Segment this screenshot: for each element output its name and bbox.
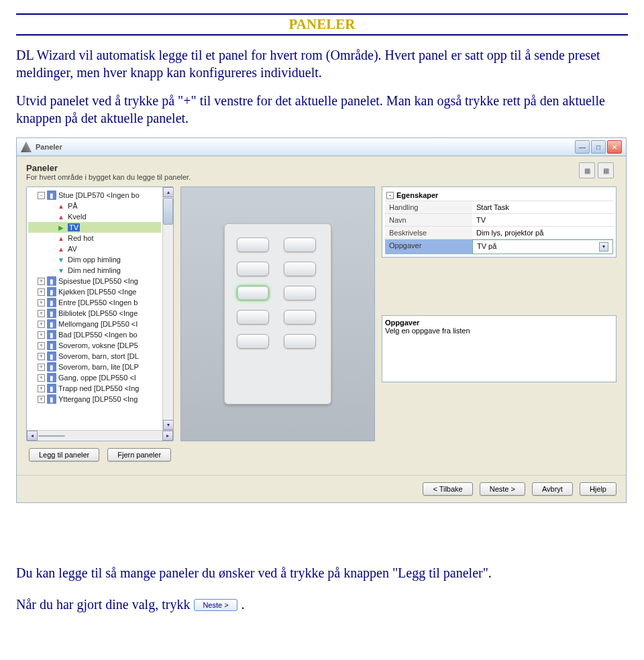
minimize-button[interactable]: — <box>575 140 590 154</box>
expand-icon[interactable]: + <box>38 364 45 371</box>
property-row-2[interactable]: BeskrivelseDim lys, projektor på <box>385 226 613 239</box>
tree-item-label: TV <box>68 223 80 231</box>
back-button[interactable]: < Tilbake <box>423 482 472 496</box>
cancel-button[interactable]: Avbryt <box>532 482 573 496</box>
panel-key-7[interactable] <box>237 310 269 325</box>
expand-icon[interactable]: + <box>38 331 45 339</box>
expand-icon[interactable]: - <box>38 192 45 199</box>
expand-icon[interactable]: + <box>38 321 45 328</box>
tree-item-1[interactable]: ▲PÅ <box>28 201 161 211</box>
property-row-0[interactable]: HandlingStart Task <box>385 201 613 213</box>
property-key: Handling <box>385 201 472 213</box>
panel-icon: ▮ <box>47 362 56 372</box>
tree-item-label: Dim ned himling <box>68 266 121 274</box>
props-collapse-icon[interactable]: - <box>386 192 394 199</box>
tree-item-12[interactable]: +▮Mellomgang [DLP550 <I <box>28 319 161 329</box>
expand-icon[interactable]: + <box>38 385 45 392</box>
property-value[interactable]: Start Task <box>472 201 613 213</box>
expand-icon[interactable]: + <box>38 278 45 285</box>
tree-item-label: Bibliotek [DLP550 <Inge <box>58 309 138 317</box>
btn-up-icon: ▲ <box>56 201 66 211</box>
tree-item-16[interactable]: +▮Soverom, barn, lite [DLP <box>28 362 161 372</box>
property-value[interactable]: TV <box>472 214 613 226</box>
maximize-button[interactable]: □ <box>591 140 606 154</box>
inline-next-button[interactable]: Neste > <box>194 599 237 611</box>
window-title: Paneler <box>36 143 575 151</box>
scroll-up-button[interactable]: ▴ <box>163 187 173 197</box>
tool-icon-2[interactable]: ▦ <box>598 162 614 178</box>
tree-item-5[interactable]: ▲AV <box>28 243 161 254</box>
expand-icon[interactable]: + <box>38 299 45 307</box>
panel-key-10[interactable] <box>284 334 316 349</box>
panel-key-9[interactable] <box>237 334 269 349</box>
expand-icon[interactable]: + <box>38 288 45 296</box>
panel-icon: ▮ <box>47 287 56 296</box>
panel-icon: ▮ <box>47 309 56 318</box>
tree-item-14[interactable]: +▮Soverom, voksne [DLP5 <box>28 340 161 351</box>
tree-item-4[interactable]: ▲Red hot <box>28 233 161 243</box>
section-subtitle: For hvert område i bygget kan du legge t… <box>26 173 616 181</box>
tree-item-19[interactable]: +▮Yttergang [DLP550 <Ing <box>28 394 161 404</box>
scroll-right-button[interactable]: ▸ <box>162 431 173 441</box>
tasks-panel: Oppgaver Velg en oppgave fra listen <box>382 315 616 382</box>
tree-item-label: Kveld <box>68 213 87 221</box>
tree-item-8[interactable]: +▮Spisestue [DLP550 <Ing <box>28 276 161 286</box>
intro-para-1: DL Wizard vil automatisk legge til et pa… <box>16 46 628 81</box>
expand-icon[interactable]: + <box>38 396 45 403</box>
wand-icon <box>21 142 32 152</box>
panel-icon: ▮ <box>47 394 56 404</box>
btn-dn-icon: ▼ <box>56 266 66 275</box>
expand-icon[interactable]: + <box>38 342 45 349</box>
panel-icon: ▮ <box>47 373 56 382</box>
expand-icon[interactable]: + <box>38 310 45 317</box>
intro-para-2: Utvid panelet ved å trykke på "+" til ve… <box>16 92 628 127</box>
tasks-hint: Velg en oppgave fra listen <box>385 327 613 335</box>
close-button[interactable]: ✕ <box>607 140 622 154</box>
scroll-thumb-v[interactable] <box>163 198 173 225</box>
tree-item-3[interactable]: ▶TV <box>28 222 161 233</box>
remove-panels-button[interactable]: Fjern paneler <box>107 448 171 461</box>
tree-item-17[interactable]: +▮Gang, oppe [DLP550 <I <box>28 372 161 383</box>
panel-icon: ▮ <box>47 276 56 286</box>
panel-key-6[interactable] <box>284 286 316 300</box>
scroll-left-button[interactable]: ◂ <box>27 431 38 441</box>
tool-icon-1[interactable]: ▦ <box>579 162 595 178</box>
tree-item-10[interactable]: +▮Entre [DLP550 <Ingen b <box>28 297 161 308</box>
panel-key-2[interactable] <box>284 237 316 252</box>
add-panels-button[interactable]: Legg til paneler <box>29 448 99 461</box>
tree-item-label: Entre [DLP550 <Ingen b <box>58 298 138 307</box>
scroll-down-button[interactable]: ▾ <box>163 420 173 430</box>
help-button[interactable]: Hjelp <box>580 482 616 496</box>
tree-item-13[interactable]: +▮Bad [DLP550 <Ingen bo <box>28 329 161 340</box>
tree-item-label: Spisestue [DLP550 <Ing <box>58 277 138 285</box>
tree-item-15[interactable]: +▮Soverom, barn, stort [DL <box>28 351 161 362</box>
outro-line-2: Når du har gjort dine valg, trykk Neste … <box>16 597 628 612</box>
property-row-3[interactable]: OppgaverTV på▾ <box>385 239 613 254</box>
panel-icon: ▮ <box>47 298 56 307</box>
scroll-thumb-h[interactable] <box>38 435 65 437</box>
property-row-1[interactable]: NavnTV <box>385 213 613 226</box>
tree-item-0[interactable]: -▮Stue [DLP570 <Ingen bo <box>28 190 161 201</box>
property-value[interactable]: TV på▾ <box>472 239 613 254</box>
tree-item-2[interactable]: ▲Kveld <box>28 211 161 222</box>
tree-horizontal-scrollbar[interactable]: ◂ ▸ <box>27 430 173 441</box>
panel-key-5[interactable] <box>237 286 269 300</box>
tree-item-7[interactable]: ▼Dim ned himling <box>28 265 161 276</box>
tree-item-9[interactable]: +▮Kjøkken [DLP550 <Inge <box>28 286 161 297</box>
tree-item-6[interactable]: ▼Dim opp himling <box>28 254 161 265</box>
tree-item-18[interactable]: +▮Trapp ned [DLP550 <Ing <box>28 383 161 394</box>
panel-key-4[interactable] <box>284 262 316 276</box>
tree-vertical-scrollbar[interactable]: ▴ ▾ <box>162 187 173 430</box>
next-button[interactable]: Neste > <box>480 482 525 496</box>
panel-key-3[interactable] <box>237 262 269 276</box>
tree-item-label: Yttergang [DLP550 <Ing <box>58 395 138 403</box>
panel-icon: ▮ <box>47 384 56 393</box>
expand-icon[interactable]: + <box>38 374 45 382</box>
tree-item-11[interactable]: +▮Bibliotek [DLP550 <Inge <box>28 308 161 319</box>
property-value[interactable]: Dim lys, projektor på <box>472 227 613 239</box>
panel-tree[interactable]: -▮Stue [DLP570 <Ingen bo▲PÅ▲Kveld▶TV▲Red… <box>26 186 174 441</box>
panel-key-1[interactable] <box>237 237 269 252</box>
dropdown-icon[interactable]: ▾ <box>599 242 608 252</box>
panel-key-8[interactable] <box>284 310 316 325</box>
expand-icon[interactable]: + <box>38 353 45 360</box>
